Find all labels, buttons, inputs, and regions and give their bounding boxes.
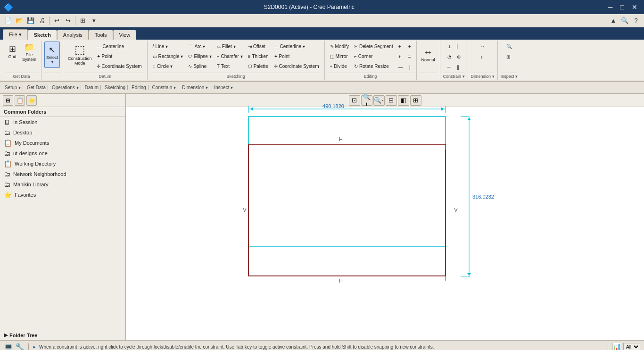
inspect-label: Inspect ▾ [501,73,518,79]
palette-btn[interactable]: ⬡ Palette [246,61,271,71]
inspect-btn[interactable]: 🔍 [504,42,514,51]
construction-mode-btn[interactable]: ⬚ ConstructionMode [66,42,94,68]
horiz-btn[interactable]: ─ [445,62,454,72]
line-btn[interactable]: / Line ▾ [150,42,186,51]
panel-icon3-btn[interactable]: ⭐ [26,95,37,106]
tang-btn[interactable]: ◔ [445,52,454,61]
view-tab[interactable]: View [113,30,137,40]
point-btn[interactable]: ✦ Point [94,51,144,61]
close-btn[interactable]: ✕ [629,2,640,12]
filter-dropdown[interactable]: All [623,343,640,350]
sep2 [75,17,75,25]
sketching-sec-label[interactable]: Sketching [103,85,128,90]
constrain-sec-label[interactable]: Constrain ▾ [150,85,179,90]
vert-btn[interactable]: | [454,42,463,51]
minimize-btn[interactable]: ─ [605,2,616,12]
folder-network[interactable]: 🗂 Network Neighborhood [0,169,125,179]
midpt-btn[interactable]: ⊕ [454,52,463,61]
datum-sec-label[interactable]: Datum [83,85,101,90]
panel-icon1-btn[interactable]: ⊞ [3,95,13,106]
my-documents-icon: 📋 [4,139,12,147]
print-btn[interactable]: 🖨 [37,16,47,26]
dot-indicator: ● [33,344,35,350]
extra-btn[interactable]: ▾ [89,16,99,26]
folder-in-session[interactable]: 🖥 In Session [0,117,125,127]
restore-btn[interactable]: □ [618,2,627,12]
drawing-canvas[interactable]: 490.1820 316.0232 H H V V [126,94,644,340]
minus-btn[interactable]: — [396,62,405,72]
dim-btn[interactable]: ↔ [478,42,487,51]
mirror-btn[interactable]: ◫ Mirror [328,51,351,61]
ribbon-collapse-btn[interactable]: ▲ [608,16,619,26]
plus3-btn[interactable]: + [406,42,413,51]
canvas-area[interactable]: ⊡ 🔍+ 🔍- ⊞ ◧ ⊞ [126,94,644,340]
modify-btn[interactable]: ✎ Modify [328,42,351,51]
rectangle-btn[interactable]: ▭ Rectangle ▾ [150,51,186,61]
centerline2-btn[interactable]: — Centerline ▾ [272,42,322,51]
setup-sec-label[interactable]: Setup ▾ [3,85,23,90]
folder-working-dir[interactable]: 📋 Working Directory [0,158,125,169]
parallel-c-btn[interactable]: ∥ [454,62,463,72]
rotate-resize-btn[interactable]: ↻ Rotate Resize [352,61,396,71]
circle-icon: ○ [153,64,156,69]
thicken-btn[interactable]: ≡ Thicken [246,51,271,61]
getdata-sec-label[interactable]: Get Data [25,85,48,90]
tools-tab[interactable]: Tools [89,30,113,40]
editing-sec-label[interactable]: Editing [130,85,149,90]
ellipse-btn[interactable]: ⬭ Ellipse ▾ [186,51,214,61]
inspect2-btn[interactable]: ⊞ [504,52,514,61]
fillet-btn[interactable]: ⌓ Fillet ▾ [215,42,245,51]
help-btn[interactable]: ? [631,16,641,26]
select-btn[interactable]: ↖ Select ▾ [44,42,60,68]
point2-btn[interactable]: ✦ Point [272,51,322,61]
quick-toolbar: 📄 📂 💾 🖨 ↩ ↪ ⊞ ▾ ▲ 🔍 ? [0,14,644,27]
undo-btn[interactable]: ↩ [51,16,62,26]
dim-h-text: 490.1820 [322,103,344,109]
sketch-tab[interactable]: Sketch [28,30,57,40]
coord-sys-btn[interactable]: ✛ Coordinate System [94,61,144,71]
folder-ut-designs[interactable]: 🗂 ut-designs-one [0,148,125,158]
redo-btn[interactable]: ↪ [63,16,73,26]
plus1-btn[interactable]: + [396,42,405,51]
divide-btn[interactable]: ÷ Divide [328,61,351,71]
file-system-btn[interactable]: 📁 FileSystem [20,42,38,63]
grid-icon: ⊞ [9,45,16,53]
delete-segment-btn[interactable]: ✂ Delete Segment [352,42,396,51]
parallel-btn[interactable]: ∥ [406,62,413,72]
corner-btn[interactable]: ⌐ Corner [352,51,396,61]
normal-btn[interactable]: ↔ Normal [420,42,437,68]
grid-btn[interactable]: ⊞ Grid [5,42,20,62]
dim2-btn[interactable]: ↕ [478,52,487,61]
rotate-resize-icon: ↻ [354,64,358,69]
secondary-toolbar: Setup ▾ Get Data Operations ▾ Datum Sket… [0,82,644,94]
arc-btn[interactable]: ⌒ Arc ▾ [186,42,214,51]
folder-my-documents[interactable]: 📋 My Documents [0,138,125,148]
analysis-tab[interactable]: Analysis [57,30,89,40]
offset-btn[interactable]: ⇥ Offset [246,42,271,51]
perp-btn[interactable]: ⊥ [445,42,454,51]
folder-manikin[interactable]: 🗂 Manikin Library [0,179,125,190]
new-btn[interactable]: 📄 [3,16,13,26]
editing-label: Editing [328,73,413,79]
dimension-sec-label[interactable]: Dimension ▾ [180,85,210,90]
view-btn[interactable]: ⊞ [77,16,88,26]
circle-btn[interactable]: ○ Circle ▾ [150,61,186,71]
inspect-sec-label[interactable]: Inspect ▾ [212,85,235,90]
centerline-btn[interactable]: — Centerline [94,42,144,51]
plus2-btn[interactable]: + [396,52,405,61]
chamfer-btn[interactable]: ⌐ Chamfer ▾ [215,51,245,61]
file-tab[interactable]: File ▾ [3,29,28,40]
coord-sys2-btn[interactable]: ✛ Coordinate System [272,61,322,71]
open-btn[interactable]: 📂 [14,16,25,26]
save-btn[interactable]: 💾 [25,16,36,26]
operations-sec-label[interactable]: Operations ▾ [50,85,81,90]
spline-btn[interactable]: ∿ Spline [186,61,214,71]
folder-favorites[interactable]: ⭐ Favorites [0,190,125,200]
title-controls[interactable]: ─ □ ✕ [605,2,640,12]
panel-icon2-btn[interactable]: 📋 [15,95,25,106]
eq-btn[interactable]: = [406,52,413,61]
folder-tree-toggle[interactable]: ▶ Folder Tree [0,330,125,340]
text-btn[interactable]: T Text [215,61,245,71]
search-btn[interactable]: 🔍 [619,16,630,26]
folder-desktop[interactable]: 🗂 Desktop [0,127,125,138]
